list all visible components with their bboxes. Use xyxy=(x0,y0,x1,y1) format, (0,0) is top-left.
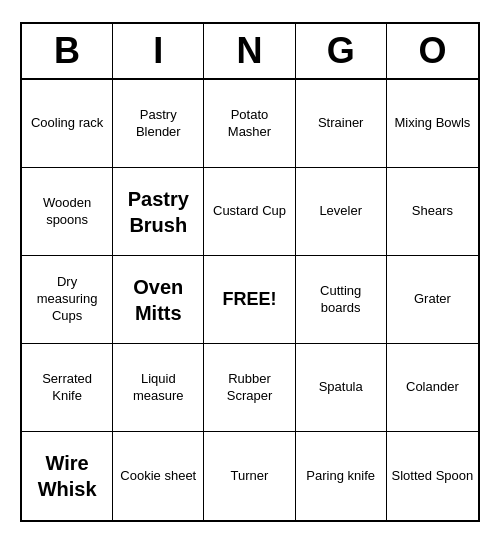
bingo-cell-4: Mixing Bowls xyxy=(387,80,478,168)
bingo-cell-2: Potato Masher xyxy=(204,80,295,168)
bingo-cell-16: Liquid measure xyxy=(113,344,204,432)
bingo-cell-20: Wire Whisk xyxy=(22,432,113,520)
bingo-cell-1: Pastry Blender xyxy=(113,80,204,168)
bingo-cell-17: Rubber Scraper xyxy=(204,344,295,432)
bingo-letter-n: N xyxy=(204,24,295,78)
bingo-cell-11: Oven Mitts xyxy=(113,256,204,344)
bingo-grid: Cooling rackPastry BlenderPotato MasherS… xyxy=(22,80,478,520)
bingo-letter-b: B xyxy=(22,24,113,78)
bingo-cell-13: Cutting boards xyxy=(296,256,387,344)
bingo-cell-22: Turner xyxy=(204,432,295,520)
bingo-cell-24: Slotted Spoon xyxy=(387,432,478,520)
bingo-letter-i: I xyxy=(113,24,204,78)
bingo-cell-8: Leveler xyxy=(296,168,387,256)
bingo-cell-14: Grater xyxy=(387,256,478,344)
bingo-cell-12: FREE! xyxy=(204,256,295,344)
bingo-cell-19: Colander xyxy=(387,344,478,432)
bingo-cell-9: Shears xyxy=(387,168,478,256)
bingo-cell-0: Cooling rack xyxy=(22,80,113,168)
bingo-cell-18: Spatula xyxy=(296,344,387,432)
bingo-cell-3: Strainer xyxy=(296,80,387,168)
bingo-cell-21: Cookie sheet xyxy=(113,432,204,520)
bingo-cell-10: Dry measuring Cups xyxy=(22,256,113,344)
bingo-letter-g: G xyxy=(296,24,387,78)
bingo-cell-7: Custard Cup xyxy=(204,168,295,256)
bingo-card: BINGO Cooling rackPastry BlenderPotato M… xyxy=(20,22,480,522)
bingo-cell-23: Paring knife xyxy=(296,432,387,520)
bingo-cell-15: Serrated Knife xyxy=(22,344,113,432)
bingo-cell-5: Wooden spoons xyxy=(22,168,113,256)
bingo-cell-6: Pastry Brush xyxy=(113,168,204,256)
bingo-header: BINGO xyxy=(22,24,478,80)
bingo-letter-o: O xyxy=(387,24,478,78)
